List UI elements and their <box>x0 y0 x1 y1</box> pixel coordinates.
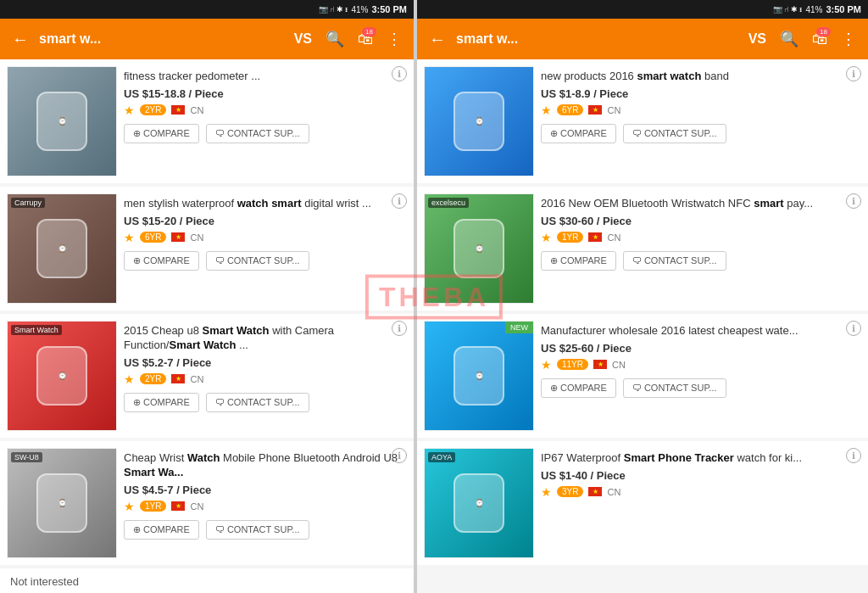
contact-btn-3[interactable]: 🗨 CONTACT SUP... <box>206 393 309 412</box>
product-title-3: 2015 Cheap u8 Smart Watch with Camera Fu… <box>124 324 400 353</box>
product-image-7[interactable]: NEW ⌚ <box>424 321 534 431</box>
info-icon-6[interactable]: ℹ <box>846 193 861 209</box>
compare-btn-5[interactable]: ⊕ COMPARE <box>541 124 616 143</box>
nav-title-right: smart w... <box>456 31 738 47</box>
cart-icon-left[interactable]: 🛍 18 <box>354 27 376 52</box>
new-badge-7: NEW <box>505 322 533 333</box>
info-icon-8[interactable]: ℹ <box>846 448 861 463</box>
star-icon-2: ★ <box>124 231 135 244</box>
product-info-4: Cheap Wrist Watch Mobile Phone Bluetooth… <box>117 448 407 558</box>
watch-shape-8: ⌚ <box>453 473 504 533</box>
contact-btn-2[interactable]: 🗨 CONTACT SUP... <box>206 251 309 271</box>
right-phone-panel: 📷 ⑁ ✱ ᵻ 41% 3:50 PM ← smart w... VS 🔍 🛍 … <box>417 0 868 593</box>
product-item-5: ⌚ new products 2016 smart watch band US … <box>417 59 868 183</box>
product-price-7: US $25-60 / Piece <box>541 342 854 355</box>
time-right: 3:50 PM <box>826 4 861 14</box>
more-icon-left[interactable]: ⋮ <box>383 26 405 52</box>
compare-btn-3[interactable]: ⊕ COMPARE <box>124 393 199 412</box>
compare-btn-2[interactable]: ⊕ COMPARE <box>124 251 199 271</box>
flag-cn-7: ★ <box>593 360 607 369</box>
product-info-2: men stylish waterproof watch smart digit… <box>117 193 407 304</box>
product-actions-3: ⊕ COMPARE 🗨 CONTACT SUP... <box>124 393 400 412</box>
product-info-7: Manufacturer wholesale 2016 latest cheap… <box>534 321 861 431</box>
product-title-1: fitness tracker pedometer ... <box>124 70 400 84</box>
product-image-1[interactable]: ⌚ <box>7 66 117 176</box>
watch-shape-1: ⌚ <box>36 92 87 151</box>
product-image-5[interactable]: ⌚ <box>424 66 534 176</box>
status-bar-right: 📷 ⑁ ✱ ᵻ 41% 3:50 PM <box>417 0 868 19</box>
country-7: CN <box>612 360 626 370</box>
product-info-3: 2015 Cheap u8 Smart Watch with Camera Fu… <box>117 321 407 431</box>
product-title-5: new products 2016 smart watch band <box>541 70 854 84</box>
compare-btn-1[interactable]: ⊕ COMPARE <box>124 124 199 143</box>
contact-btn-7[interactable]: 🗨 CONTACT SUP... <box>623 378 726 398</box>
product-image-2[interactable]: Carrupy ⌚ <box>7 193 117 304</box>
compare-btn-4[interactable]: ⊕ COMPARE <box>124 520 199 540</box>
back-button-left[interactable]: ← <box>8 26 32 53</box>
back-button-right[interactable]: ← <box>426 26 449 53</box>
nav-bar-left: ← smart w... VS 🔍 🛍 18 ⋮ <box>0 19 414 59</box>
product-info-1: fitness tracker pedometer ... US $15-18.… <box>117 66 407 176</box>
product-price-4: US $4.5-7 / Piece <box>124 484 400 496</box>
year-badge-5: 6YR <box>557 104 583 115</box>
cart-icon-right[interactable]: 🛍 18 <box>809 27 831 52</box>
cart-badge-left: 18 <box>362 27 376 36</box>
product-image-8[interactable]: AOYA ⌚ <box>424 448 534 558</box>
compare-btn-6[interactable]: ⊕ COMPARE <box>541 251 616 271</box>
watch-shape-5: ⌚ <box>453 92 504 151</box>
product-item-4: SW-U8 ⌚ Cheap Wrist Watch Mobile Phone B… <box>0 441 414 565</box>
info-icon-5[interactable]: ℹ <box>846 66 861 81</box>
star-icon-5: ★ <box>541 103 552 117</box>
watch-shape-2: ⌚ <box>36 219 87 278</box>
watch-shape-6: ⌚ <box>453 219 504 278</box>
product-image-3[interactable]: Smart Watch ⌚ <box>7 321 117 431</box>
product-item-8: AOYA ⌚ IP67 Waterproof Smart Phone Track… <box>417 441 868 565</box>
info-icon-1[interactable]: ℹ <box>392 66 407 81</box>
product-title-2: men stylish waterproof watch smart digit… <box>124 197 400 211</box>
watch-shape-4: ⌚ <box>36 473 87 533</box>
info-icon-4[interactable]: ℹ <box>392 448 407 463</box>
search-icon-right[interactable]: 🔍 <box>776 26 802 52</box>
product-price-5: US $1-8.9 / Piece <box>541 87 854 100</box>
more-icon-right[interactable]: ⋮ <box>837 26 860 52</box>
product-item-1: ⌚ fitness tracker pedometer ... US $15-1… <box>0 59 414 183</box>
product-image-6[interactable]: excelsecu ⌚ <box>424 193 534 304</box>
info-icon-2[interactable]: ℹ <box>392 193 407 209</box>
not-interested-left[interactable]: Not interested <box>0 568 414 593</box>
year-badge-4: 1YR <box>140 501 166 512</box>
product-info-8: IP67 Waterproof Smart Phone Tracker watc… <box>534 448 861 558</box>
star-icon-8: ★ <box>541 485 552 499</box>
year-badge-7: 11YR <box>557 359 588 370</box>
flag-cn-8: ★ <box>588 487 602 496</box>
info-icon-3[interactable]: ℹ <box>392 321 407 336</box>
star-icon-6: ★ <box>541 231 552 244</box>
contact-btn-6[interactable]: 🗨 CONTACT SUP... <box>623 251 726 271</box>
product-list-left: ⌚ fitness tracker pedometer ... US $15-1… <box>0 59 414 593</box>
year-badge-6: 1YR <box>557 232 583 243</box>
product-item-3: Smart Watch ⌚ 2015 Cheap u8 Smart Watch … <box>0 314 414 438</box>
contact-btn-5[interactable]: 🗨 CONTACT SUP... <box>623 124 726 143</box>
img-label-8: AOYA <box>428 452 455 462</box>
product-meta-2: ★ 6YR ★ CN <box>124 231 400 244</box>
status-icons-left: 📷 ⑁ ✱ ᵻ <box>319 5 348 14</box>
contact-btn-1[interactable]: 🗨 CONTACT SUP... <box>206 124 309 143</box>
nav-title-left: smart w... <box>39 31 284 47</box>
product-price-1: US $15-18.8 / Piece <box>124 87 400 100</box>
product-title-7: Manufacturer wholesale 2016 latest cheap… <box>541 324 854 338</box>
product-meta-3: ★ 2YR ★ CN <box>124 372 400 386</box>
search-icon-left[interactable]: 🔍 <box>322 26 348 52</box>
country-5: CN <box>607 105 620 115</box>
year-badge-1: 2YR <box>140 104 166 115</box>
product-meta-1: ★ 2YR ★ CN <box>124 103 400 117</box>
compare-btn-7[interactable]: ⊕ COMPARE <box>541 378 616 398</box>
product-image-4[interactable]: SW-U8 ⌚ <box>7 448 117 558</box>
img-label-3: Smart Watch <box>11 325 62 335</box>
flag-cn-2: ★ <box>171 232 185 242</box>
product-list-right: ⌚ new products 2016 smart watch band US … <box>417 59 868 593</box>
contact-btn-4[interactable]: 🗨 CONTACT SUP... <box>206 520 309 540</box>
flag-cn-3: ★ <box>171 374 185 383</box>
flag-cn-1: ★ <box>171 105 185 115</box>
info-icon-7[interactable]: ℹ <box>846 321 861 336</box>
img-label-4: SW-U8 <box>11 452 42 462</box>
product-actions-1: ⊕ COMPARE 🗨 CONTACT SUP... <box>124 124 400 143</box>
